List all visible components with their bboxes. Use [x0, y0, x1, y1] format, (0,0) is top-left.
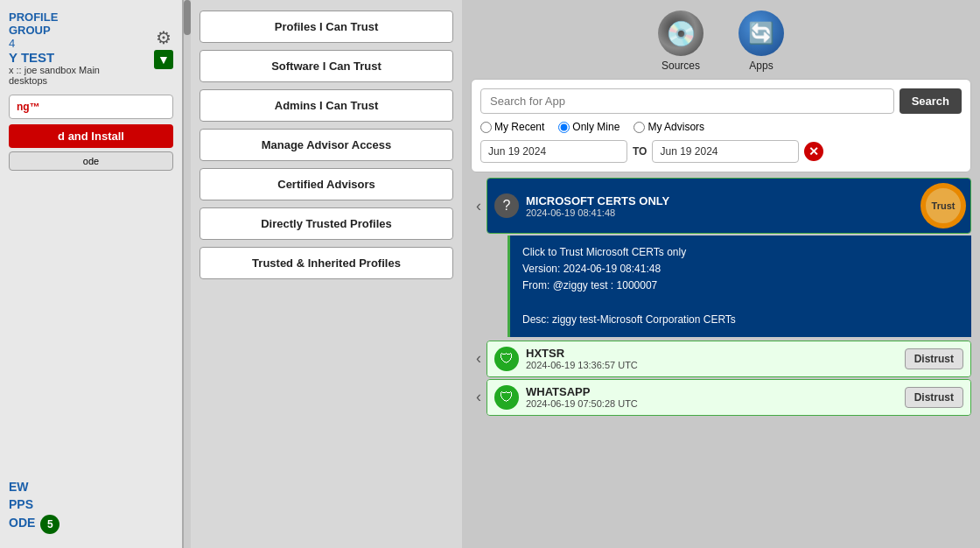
sidebar-sub: x :: joe sandbox Main — [9, 65, 100, 75]
sidebar-profile-label: PROFILE — [9, 11, 100, 24]
sources-icon-block[interactable]: Sources — [658, 11, 704, 72]
sidebar-section: ng™ — [9, 95, 173, 119]
radio-only-mine[interactable]: Only Mine — [558, 121, 620, 133]
result-chevron-microsoft[interactable]: ‹ — [471, 178, 486, 234]
result-icon-whatsapp: 🛡 — [494, 385, 519, 410]
tooltip-line2: Version: 2024-06-19 08:41:48 — [522, 261, 959, 278]
sidebar-ode-label: ODE — [9, 516, 35, 530]
result-card-microsoft: ? MICROSOFT CERTS ONLY 2024-06-19 08:41:… — [486, 178, 971, 234]
top-icons-row: Sources Apps — [462, 0, 980, 79]
result-card-whatsapp: 🛡 WHATSAPP 2024-06-19 07:50:28 UTC Distr… — [486, 379, 971, 416]
directly-trusted-button[interactable]: Directly Trusted Profiles — [200, 207, 453, 240]
result-date-whatsapp: 2024-06-19 07:50:28 UTC — [526, 398, 898, 409]
tooltip-line4 — [522, 295, 959, 312]
result-inner-hxtsr: 🛡 HXTSR 2024-06-19 13:36:57 UTC Distrust — [487, 341, 970, 376]
result-name-whatsapp: WHATSAPP — [526, 385, 898, 398]
date-from-input[interactable] — [480, 140, 627, 163]
sidebar-bottom-labels: EW PPS ODE 5 — [0, 473, 182, 541]
result-text-microsoft: MICROSOFT CERTS ONLY 2024-06-19 08:41:48 — [526, 194, 916, 218]
search-row: Search — [480, 88, 962, 114]
radio-my-recent[interactable]: My Recent — [480, 121, 544, 133]
install-button[interactable]: d and Install — [9, 124, 173, 148]
results-area: ‹ ? MICROSOFT CERTS ONLY 2024-06-19 08:4… — [462, 172, 980, 548]
ode-badge: 5 — [40, 515, 60, 534]
tooltip-line3: From: @ziggy test : 1000007 — [522, 278, 959, 294]
search-area: Search My Recent Only Mine My Advisors T… — [471, 79, 971, 172]
sidebar-sub2: desktops — [9, 75, 100, 86]
manage-advisor-button[interactable]: Manage Advisor Access — [200, 129, 453, 161]
trusted-inherited-button[interactable]: Trusted & Inherited Profiles — [200, 247, 453, 279]
sidebar-scrollbar[interactable] — [184, 0, 191, 548]
mode-button[interactable]: ode — [9, 151, 173, 171]
right-panel: Sources Apps Search My Recent Only Mine … — [462, 0, 980, 548]
sidebar-test: Y TEST — [9, 50, 100, 65]
tooltip-line1: Click to Trust Microsoft CERTs only — [522, 244, 959, 261]
sidebar-pps-label: PPS — [9, 497, 173, 511]
date-row: TO ✕ — [480, 140, 962, 163]
distrust-button-whatsapp[interactable]: Distrust — [905, 387, 963, 408]
tooltip-line5: Desc: ziggy test-Microsoft Corporation C… — [522, 312, 959, 328]
apps-icon — [738, 11, 784, 56]
result-chevron-hxtsr[interactable]: ‹ — [471, 341, 486, 377]
sidebar-ew-label: EW — [9, 480, 173, 494]
software-trust-button[interactable]: Software I Can Trust — [200, 50, 453, 82]
result-item-hxtsr: ‹ 🛡 HXTSR 2024-06-19 13:36:57 UTC Distru… — [471, 341, 971, 377]
radio-row: My Recent Only Mine My Advisors — [480, 121, 962, 133]
result-text-whatsapp: WHATSAPP 2024-06-19 07:50:28 UTC — [526, 385, 898, 409]
result-name-hxtsr: HXTSR — [526, 347, 898, 360]
middle-panel: Profiles I Can Trust Software I Can Trus… — [191, 0, 462, 548]
search-button[interactable]: Search — [900, 88, 962, 114]
sources-icon — [658, 11, 704, 56]
section-title: ng™ — [17, 101, 165, 113]
trust-button-microsoft[interactable]: Trust — [923, 186, 963, 226]
sidebar-title-block: PROFILE GROUP 4 Y TEST x :: joe sandbox … — [9, 11, 100, 86]
apps-label: Apps — [749, 60, 773, 72]
tooltip-microsoft: Click to Trust Microsoft CERTs only Vers… — [508, 235, 971, 337]
sidebar-group-label: GROUP — [9, 24, 100, 37]
search-input[interactable] — [480, 88, 894, 114]
result-icon-microsoft: ? — [494, 193, 519, 218]
sidebar-header: PROFILE GROUP 4 Y TEST x :: joe sandbox … — [0, 7, 182, 88]
date-to-input[interactable] — [652, 140, 799, 163]
gear-button[interactable]: ⚙ — [154, 27, 173, 46]
result-date-microsoft: 2024-06-19 08:41:48 — [526, 207, 916, 218]
radio-my-advisors[interactable]: My Advisors — [634, 121, 704, 133]
result-item-microsoft: ‹ ? MICROSOFT CERTS ONLY 2024-06-19 08:4… — [471, 178, 971, 234]
clear-date-button[interactable]: ✕ — [804, 142, 823, 161]
sidebar-scroll-thumb[interactable] — [184, 0, 191, 35]
sidebar-action-icons: ⚙ ▼ — [154, 27, 173, 69]
result-item-whatsapp: ‹ 🛡 WHATSAPP 2024-06-19 07:50:28 UTC Dis… — [471, 379, 971, 416]
result-card-hxtsr: 🛡 HXTSR 2024-06-19 13:36:57 UTC Distrust — [486, 341, 971, 377]
result-name-microsoft: MICROSOFT CERTS ONLY — [526, 194, 916, 207]
result-inner-whatsapp: 🛡 WHATSAPP 2024-06-19 07:50:28 UTC Distr… — [487, 380, 970, 415]
download-icon[interactable]: ▼ — [154, 50, 173, 69]
distrust-button-hxtsr[interactable]: Distrust — [905, 348, 963, 369]
result-chevron-whatsapp[interactable]: ‹ — [471, 379, 486, 416]
sidebar: PROFILE GROUP 4 Y TEST x :: joe sandbox … — [0, 0, 184, 548]
result-date-hxtsr: 2024-06-19 13:36:57 UTC — [526, 360, 898, 370]
admins-trust-button[interactable]: Admins I Can Trust — [200, 89, 453, 122]
apps-icon-block[interactable]: Apps — [738, 11, 784, 72]
sidebar-id: 4 — [9, 37, 100, 50]
to-label: TO — [633, 145, 647, 158]
profiles-trust-button[interactable]: Profiles I Can Trust — [200, 11, 453, 43]
result-text-hxtsr: HXTSR 2024-06-19 13:36:57 UTC — [526, 347, 898, 370]
result-icon-hxtsr: 🛡 — [494, 347, 519, 371]
certified-advisors-button[interactable]: Certified Advisors — [200, 168, 453, 200]
sources-label: Sources — [662, 60, 700, 72]
